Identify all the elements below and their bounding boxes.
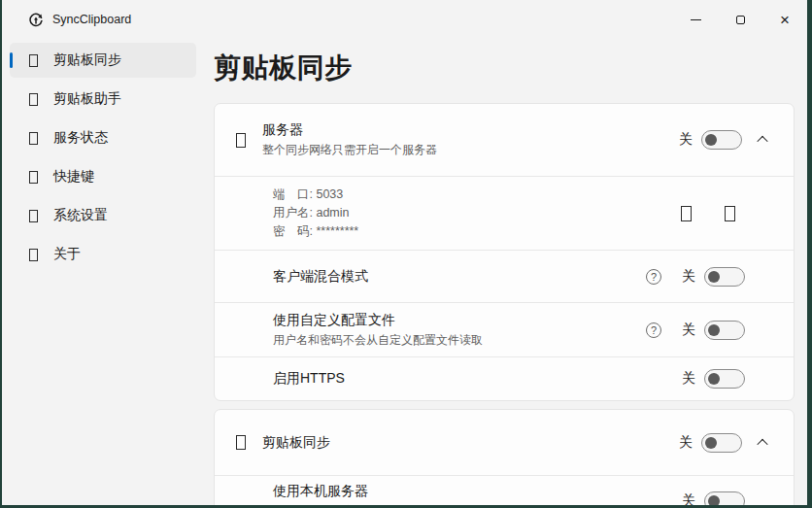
sidebar-nav: 剪贴板同步 剪贴板助手 服务状态 快捷键 系统设置	[2, 39, 204, 505]
about-icon	[29, 249, 38, 261]
clipboard-sync-card-header[interactable]: 剪贴板同步 关	[215, 410, 794, 475]
sidebar-item-hotkeys[interactable]: 快捷键	[10, 159, 196, 194]
sidebar-item-system-settings[interactable]: 系统设置	[10, 198, 196, 233]
clipboard-sync-card: 剪贴板同步 关 使用本机服务器 本机服务器开启时，可免配置直接连接 关	[214, 409, 795, 505]
server-card: 服务器 整个同步网络只需开启一个服务器 关 端 口: 5033 用户名: adm…	[214, 103, 795, 401]
enable-https-toggle[interactable]	[704, 369, 745, 389]
sidebar-item-label: 剪贴板同步	[53, 51, 121, 69]
sidebar-item-label: 剪贴板助手	[53, 90, 121, 108]
app-window: SyncClipboard × 剪贴板同步 剪贴板助手 服务状态	[2, 0, 807, 505]
server-toggle-label: 关	[679, 131, 693, 149]
local-server-row: 使用本机服务器 本机服务器开启时，可免配置直接连接 关	[215, 475, 794, 505]
sidebar-item-clipboard-sync[interactable]: 剪贴板同步	[10, 43, 196, 78]
sidebar-item-clipboard-assistant[interactable]: 剪贴板助手	[10, 82, 196, 117]
clipboard-assistant-icon	[29, 93, 38, 106]
sidebar-item-label: 快捷键	[53, 168, 94, 186]
enable-https-label: 启用HTTPS	[273, 370, 682, 388]
clipboard-sync-icon	[29, 54, 38, 67]
chevron-up-icon	[757, 136, 767, 147]
server-password: 密 码: *********	[273, 222, 677, 241]
system-settings-icon	[29, 210, 38, 222]
server-port: 端 口: 5033	[273, 186, 677, 204]
client-mixed-mode-label: 客户端混合模式	[273, 268, 646, 286]
sidebar-item-label: 服务状态	[53, 129, 108, 147]
server-detail-action-1-button[interactable]	[677, 202, 695, 225]
local-server-toggle[interactable]	[704, 491, 745, 505]
clipboard-sync-card-icon	[236, 435, 246, 450]
toggle-state-label: 关	[682, 370, 695, 388]
titlebar: SyncClipboard ×	[2, 0, 807, 39]
sidebar-item-label: 关于	[53, 246, 81, 263]
server-icon	[236, 133, 246, 148]
minimize-button[interactable]	[673, 0, 718, 39]
clipboard-sync-collapse-button[interactable]	[751, 430, 774, 456]
custom-config-subtitle: 用户名和密码不会从自定义配置文件读取	[273, 332, 646, 349]
server-card-subtitle: 整个同步网络只需开启一个服务器	[262, 142, 679, 158]
server-toggle[interactable]	[701, 130, 742, 150]
client-mixed-mode-toggle[interactable]	[704, 267, 745, 287]
placeholder-icon	[725, 206, 735, 221]
window-controls: ×	[673, 0, 807, 39]
server-detail-action-2-button[interactable]	[721, 202, 739, 225]
clipboard-sync-toggle-label: 关	[679, 434, 693, 452]
custom-config-label: 使用自定义配置文件	[273, 312, 646, 329]
server-details: 端 口: 5033 用户名: admin 密 码: *********	[215, 176, 794, 250]
maximize-icon	[736, 16, 745, 24]
custom-config-toggle[interactable]	[704, 321, 745, 340]
toggle-state-label: 关	[682, 268, 695, 286]
help-icon[interactable]: ?	[646, 322, 661, 338]
sidebar-item-service-status[interactable]: 服务状态	[10, 120, 196, 155]
server-username: 用户名: admin	[273, 204, 677, 222]
sidebar-item-about[interactable]: 关于	[10, 237, 196, 272]
selected-accent-bar	[10, 52, 13, 68]
clipboard-sync-toggle[interactable]	[701, 433, 742, 453]
client-mixed-mode-row: 客户端混合模式 ? 关	[215, 250, 794, 302]
main-content: 剪贴板同步 服务器 整个同步网络只需开启一个服务器 关 端 口: 5033	[204, 39, 807, 505]
close-icon: ×	[780, 12, 790, 28]
sidebar-item-label: 系统设置	[53, 207, 108, 224]
desktop-background	[807, 0, 812, 508]
app-logo-sync-icon	[28, 12, 44, 27]
help-icon[interactable]: ?	[646, 269, 661, 285]
clipboard-sync-card-title: 剪贴板同步	[262, 434, 679, 452]
server-card-title: 服务器	[262, 121, 679, 139]
service-status-icon	[29, 132, 38, 145]
local-server-label: 使用本机服务器	[273, 483, 682, 500]
minimize-icon	[691, 19, 701, 20]
enable-https-row: 启用HTTPS 关	[215, 356, 794, 400]
hotkeys-icon	[29, 171, 38, 184]
server-card-header[interactable]: 服务器 整个同步网络只需开启一个服务器 关	[215, 104, 794, 176]
custom-config-row: 使用自定义配置文件 用户名和密码不会从自定义配置文件读取 ? 关	[215, 302, 794, 356]
toggle-state-label: 关	[682, 322, 695, 339]
chevron-up-icon	[757, 438, 767, 449]
toggle-state-label: 关	[682, 492, 695, 505]
close-button[interactable]: ×	[762, 0, 807, 39]
local-server-subtitle: 本机服务器开启时，可免配置直接连接	[273, 503, 682, 505]
page-title: 剪贴板同步	[214, 50, 795, 86]
maximize-button[interactable]	[718, 0, 762, 39]
app-title: SyncClipboard	[52, 13, 131, 26]
server-collapse-button[interactable]	[751, 127, 774, 152]
placeholder-icon	[681, 206, 692, 221]
